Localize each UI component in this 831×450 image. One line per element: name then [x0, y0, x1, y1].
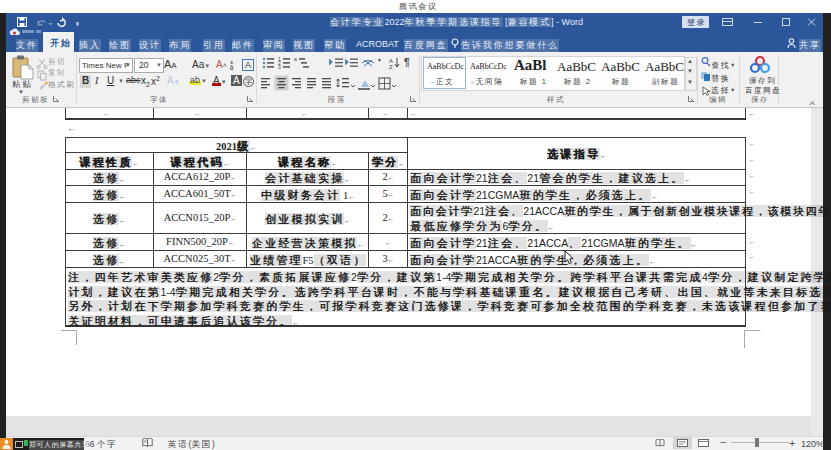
svg-text:¶: ¶	[404, 57, 410, 68]
svg-text:Z: Z	[389, 64, 393, 70]
svg-text:a: a	[294, 56, 297, 62]
svg-text:3: 3	[278, 64, 281, 70]
svg-text:▼: ▼	[377, 57, 382, 63]
